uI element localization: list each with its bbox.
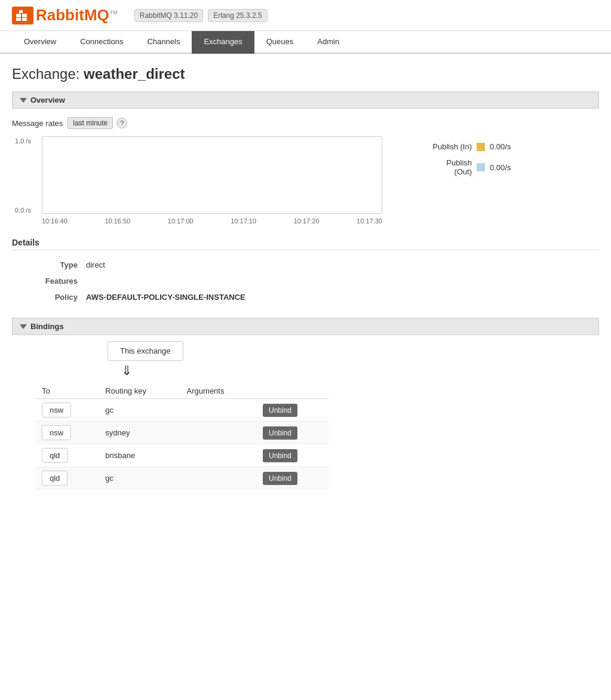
- chart-wrapper: 1.0 /s 0.0 /s 10:16:40 10:16:50 10:17:00…: [42, 136, 382, 226]
- details-label-type: Type: [13, 257, 85, 272]
- details-title: Details: [12, 238, 599, 250]
- svg-rect-1: [22, 14, 27, 17]
- legend-publish-out-label: Publish (Out): [418, 158, 472, 176]
- table-row: qld gc Unbind: [36, 467, 328, 490]
- bindings-table-head: To Routing key Arguments: [36, 383, 328, 399]
- nav-exchanges[interactable]: Exchanges: [192, 31, 254, 54]
- details-row-features: Features: [13, 274, 598, 288]
- nav-overview[interactable]: Overview: [12, 31, 68, 54]
- legend-publish-out: Publish (Out) 0.00/s: [418, 158, 511, 176]
- queue-box-4[interactable]: qld: [42, 471, 67, 486]
- unbind-button-1[interactable]: Unbind: [263, 404, 297, 417]
- chart-area: [42, 136, 382, 214]
- binding-args-4: [181, 467, 257, 490]
- svg-rect-2: [19, 10, 23, 13]
- x-label-1: 10:16:40: [42, 217, 67, 225]
- binding-action-1: Unbind: [257, 399, 328, 422]
- rabbitmq-logo-svg: [16, 10, 29, 21]
- arrow-down: ⇓: [121, 363, 599, 379]
- binding-rk-2: sydney: [99, 422, 180, 444]
- svg-rect-3: [16, 18, 21, 21]
- chart-inner: [42, 137, 382, 213]
- bindings-table-body: nsw gc Unbind nsw sydney Unbind qld bris…: [36, 399, 328, 490]
- details-label-features: Features: [13, 274, 85, 288]
- overview-section-label: Overview: [30, 96, 65, 105]
- chart-container: 1.0 /s 0.0 /s 10:16:40 10:16:50 10:17:00…: [12, 136, 599, 226]
- x-label-2: 10:16:50: [105, 217, 130, 225]
- logo-rabbit: Rabbit: [36, 6, 84, 24]
- svg-rect-0: [16, 14, 21, 17]
- binding-args-3: [181, 444, 257, 467]
- details-value-type: direct: [86, 257, 598, 272]
- message-rates-label: Message rates: [12, 119, 63, 128]
- col-to: To: [36, 383, 99, 399]
- nav-channels[interactable]: Channels: [135, 31, 192, 54]
- x-label-6: 10:17:30: [357, 217, 382, 225]
- bindings-table: To Routing key Arguments nsw gc Unbind n…: [36, 383, 328, 490]
- erlang-badge: Erlang 25.3.2.5: [208, 9, 267, 22]
- bindings-content: This exchange ⇓ To Routing key Arguments…: [12, 341, 599, 490]
- queue-box-1[interactable]: nsw: [42, 403, 71, 417]
- x-label-5: 10:17:20: [294, 217, 320, 225]
- chart-y-top: 1.0 /s: [15, 137, 31, 145]
- binding-rk-4: gc: [99, 467, 180, 490]
- logo-tm: TM: [110, 10, 118, 16]
- unbind-button-2[interactable]: Unbind: [263, 426, 297, 440]
- bindings-collapse-icon: [20, 324, 27, 329]
- svg-rect-4: [22, 18, 27, 21]
- unbind-button-4[interactable]: Unbind: [263, 472, 297, 485]
- overview-section-header[interactable]: Overview: [12, 91, 599, 109]
- bindings-section-label: Bindings: [30, 322, 64, 331]
- x-label-4: 10:17:10: [231, 217, 256, 225]
- details-row-type: Type direct: [13, 257, 598, 272]
- collapse-icon: [20, 98, 27, 103]
- legend-publish-in-color: [477, 143, 485, 151]
- page-title: Exchange: weather_direct: [12, 66, 599, 82]
- binding-to-4: qld: [36, 467, 99, 490]
- bindings-section-header[interactable]: Bindings: [12, 318, 599, 335]
- details-value-features: [86, 274, 598, 288]
- table-row: qld brisbane Unbind: [36, 444, 328, 467]
- bindings-table-header-row: To Routing key Arguments: [36, 383, 328, 399]
- title-prefix: Exchange:: [12, 66, 84, 82]
- nav-queues[interactable]: Queues: [254, 31, 306, 54]
- main-nav: Overview Connections Channels Exchanges …: [0, 31, 611, 54]
- logo-icon: [12, 7, 33, 24]
- queue-box-3[interactable]: qld: [42, 448, 67, 463]
- legend-publish-in-value: 0.00/s: [490, 142, 511, 151]
- exchange-box: This exchange: [108, 341, 183, 361]
- binding-rk-1: gc: [99, 399, 180, 422]
- details-row-policy: Policy AWS-DEFAULT-POLICY-SINGLE-INSTANC…: [13, 290, 598, 305]
- binding-to-2: nsw: [36, 422, 99, 444]
- queue-box-2[interactable]: nsw: [42, 425, 71, 440]
- help-badge[interactable]: ?: [116, 118, 127, 128]
- binding-action-4: Unbind: [257, 467, 328, 490]
- nav-admin[interactable]: Admin: [305, 31, 351, 54]
- unbind-button-3[interactable]: Unbind: [263, 449, 297, 462]
- rates-period-badge[interactable]: last minute: [67, 117, 113, 129]
- legend-publish-out-color: [477, 163, 485, 171]
- exchange-name: weather_direct: [84, 66, 185, 82]
- binding-rk-3: brisbane: [99, 444, 180, 467]
- chart-x-labels: 10:16:40 10:16:50 10:17:00 10:17:10 10:1…: [42, 216, 382, 226]
- details-section: Details Type direct Features Policy AWS-…: [12, 238, 599, 306]
- legend-publish-in: Publish (In) 0.00/s: [418, 142, 511, 151]
- binding-args-2: [181, 422, 257, 444]
- col-arguments: Arguments: [181, 383, 257, 399]
- col-action: [257, 383, 328, 399]
- chart-y-bottom: 0.0 /s: [15, 207, 31, 214]
- logo: RabbitMQTM: [12, 6, 118, 24]
- message-rates-row: Message rates last minute ?: [12, 115, 599, 131]
- binding-args-1: [181, 399, 257, 422]
- binding-to-3: qld: [36, 444, 99, 467]
- legend-publish-in-label: Publish (In): [418, 142, 472, 151]
- nav-connections[interactable]: Connections: [68, 31, 135, 54]
- details-value-policy: AWS-DEFAULT-POLICY-SINGLE-INSTANCE: [86, 290, 598, 305]
- logo-text: RabbitMQTM: [36, 6, 118, 24]
- details-label-policy: Policy: [13, 290, 85, 305]
- binding-to-1: nsw: [36, 399, 99, 422]
- header: RabbitMQTM RabbitMQ 3.11.20 Erlang 25.3.…: [0, 0, 611, 31]
- binding-action-2: Unbind: [257, 422, 328, 444]
- details-table: Type direct Features Policy AWS-DEFAULT-…: [12, 256, 599, 306]
- table-row: nsw gc Unbind: [36, 399, 328, 422]
